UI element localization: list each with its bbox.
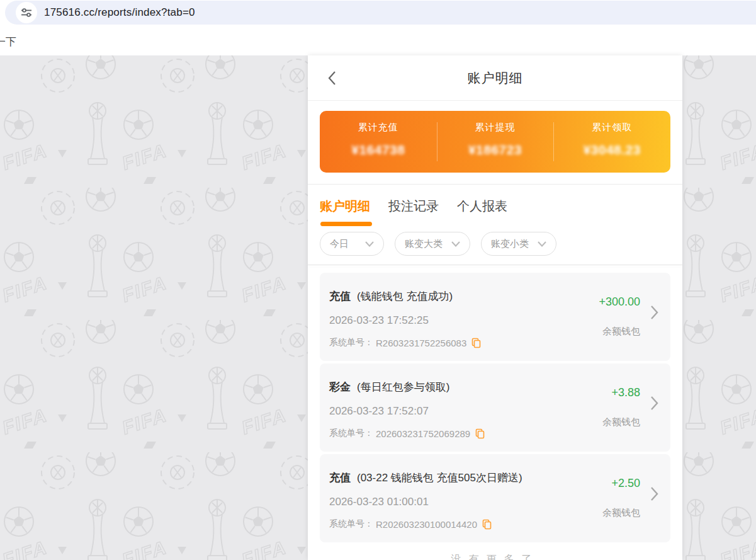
record-wallet: 余额钱包 (602, 507, 640, 519)
stat-divider (437, 122, 437, 161)
tabs: 账户明细 投注记录 个人报表 (308, 185, 682, 215)
stat-value-blurred: ¥164738 (351, 142, 405, 157)
stat-divider (553, 122, 554, 161)
copy-icon (482, 519, 492, 530)
chevron-right-icon[interactable] (650, 396, 658, 411)
tab-personal-report[interactable]: 个人报表 (457, 198, 507, 215)
stat-label: 累计提现 (475, 122, 516, 134)
stats-section: 累计充值 ¥164738 累计提现 ¥186723 累计领取 ¥3048.23 (308, 101, 682, 184)
copy-button[interactable] (475, 428, 485, 439)
record-desc: (03-22 钱能钱包 充值505次日赠送) (357, 471, 522, 485)
stat-label: 累计领取 (592, 122, 632, 134)
record-amount: +300.00 (599, 295, 640, 309)
account-detail-panel: 账户明细 累计充值 ¥164738 累计提现 ¥186723 累计领取 ¥304… (308, 55, 682, 560)
record-wallet: 余额钱包 (602, 326, 640, 338)
url-text[interactable]: 175616.cc/reports/index?tab=0 (44, 1, 195, 25)
order-number: R2603231752256083 (376, 338, 466, 348)
tune-icon (21, 7, 32, 18)
chevron-right-icon[interactable] (650, 486, 658, 501)
stat-value-blurred: ¥3048.23 (583, 142, 641, 157)
page-top-strip: 一下 (0, 25, 756, 55)
stat-value-blurred: ¥186723 (468, 142, 522, 157)
record-item[interactable]: 充值 (03-22 钱能钱包 充值505次日赠送) 2026-03-23 01:… (320, 454, 670, 542)
copy-button[interactable] (471, 338, 481, 348)
record-desc: (每日红包参与领取) (357, 380, 449, 394)
filter-date-dropdown[interactable]: 今日 (320, 232, 384, 256)
address-bar[interactable]: 175616.cc/reports/index?tab=0 (5, 1, 756, 25)
order-number: 202603231752069289 (376, 428, 470, 439)
stat-total-withdraw: 累计提现 ¥186723 (437, 111, 554, 173)
stray-text: 一下 (0, 35, 16, 49)
chevron-right-icon[interactable] (650, 305, 658, 320)
filters: 今日 账变大类 账变小类 (308, 226, 682, 265)
stat-label: 累计充值 (358, 122, 398, 134)
copy-icon (471, 338, 481, 348)
record-wallet: 余额钱包 (602, 416, 640, 428)
order-label: 系统单号： (329, 518, 373, 530)
chevron-down-icon (538, 241, 546, 247)
record-datetime: 2026-03-23 17:52:07 (329, 405, 670, 418)
tab-account-detail[interactable]: 账户明细 (320, 198, 370, 215)
no-more-text: 没有更多了 (308, 553, 682, 560)
stats-card: 累计充值 ¥164738 累计提现 ¥186723 累计领取 ¥3048.23 (320, 111, 670, 173)
screen: FIFA 175616.cc/reports/ (0, 0, 756, 560)
copy-button[interactable] (482, 519, 492, 530)
browser-toolbar: 175616.cc/reports/index?tab=0 (0, 0, 756, 25)
filter-label: 账变小类 (491, 238, 529, 250)
site-settings-button[interactable] (16, 2, 37, 23)
filter-major-category-dropdown[interactable]: 账变大类 (395, 232, 470, 256)
record-amount: +2.50 (611, 477, 640, 490)
stat-total-deposit: 累计充值 ¥164738 (320, 111, 437, 173)
record-type: 充值 (329, 471, 351, 485)
page-title: 账户明细 (468, 69, 523, 87)
back-button[interactable] (323, 69, 341, 87)
tab-bet-records[interactable]: 投注记录 (388, 198, 439, 215)
filter-label: 账变大类 (405, 238, 443, 250)
record-datetime: 2026-03-23 01:00:01 (329, 496, 670, 508)
record-type: 充值 (329, 289, 351, 304)
record-item[interactable]: 彩金 (每日红包参与领取) 2026-03-23 17:52:07 系统单号： … (320, 363, 670, 452)
record-item[interactable]: 充值 (钱能钱包 充值成功) 2026-03-23 17:52:25 系统单号：… (320, 273, 670, 361)
record-desc: (钱能钱包 充值成功) (357, 289, 453, 304)
chevron-down-icon (451, 241, 460, 247)
order-label: 系统单号： (329, 428, 373, 439)
record-list: 充值 (钱能钱包 充值成功) 2026-03-23 17:52:25 系统单号：… (308, 265, 682, 542)
record-type: 彩金 (329, 380, 351, 394)
chevron-down-icon (365, 241, 374, 247)
filter-label: 今日 (330, 238, 349, 250)
record-amount: +3.88 (611, 386, 640, 399)
order-number: R202603230100014420 (376, 519, 477, 530)
order-label: 系统单号： (329, 337, 373, 348)
stat-total-claimed: 累计领取 ¥3048.23 (553, 111, 670, 173)
chevron-left-icon (328, 71, 336, 85)
record-datetime: 2026-03-23 17:52:25 (329, 314, 670, 327)
copy-icon (475, 428, 485, 439)
panel-header: 账户明细 (308, 55, 682, 101)
active-tab-underline (320, 222, 372, 226)
filter-minor-category-dropdown[interactable]: 账变小类 (481, 232, 556, 256)
